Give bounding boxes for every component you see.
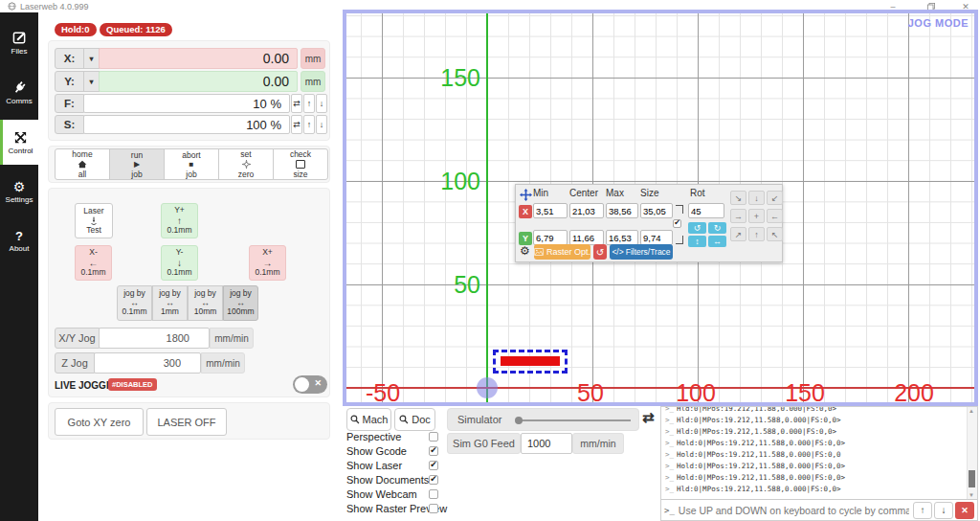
feed-reset-button[interactable]: ⇄ <box>291 94 302 113</box>
check-size-button[interactable]: check size <box>273 148 328 180</box>
spindle-override-input[interactable] <box>83 115 290 134</box>
jog-y-plus-button[interactable]: Y+ ↑ 0.1mm <box>161 203 198 238</box>
clear-console-button[interactable]: ✕ <box>955 502 974 519</box>
move-panel-handle-icon[interactable] <box>520 189 532 201</box>
y-position-input[interactable] <box>99 71 298 92</box>
y-size-input[interactable] <box>640 230 673 245</box>
flip-horizontal-icon: ↔ <box>713 237 722 246</box>
spindle-reset-button[interactable]: ⇄ <box>291 115 302 134</box>
x-axis-tick-label: -50 <box>366 381 400 405</box>
anchor-se-button[interactable]: ↘ <box>730 191 746 205</box>
x-position-input[interactable] <box>99 48 298 69</box>
image-icon <box>534 248 544 256</box>
laser-test-button[interactable]: Laser Test <box>75 203 113 238</box>
feed-override-input[interactable] <box>83 94 290 113</box>
rotate-ccw-icon: ↺ <box>694 223 702 233</box>
console-input-row: >_ ↑ ↓ ✕ <box>661 499 977 520</box>
rotation-input[interactable] <box>688 203 724 218</box>
x-center-input[interactable] <box>569 203 604 218</box>
flip-horizontal-button[interactable]: ↔ <box>708 236 726 247</box>
app-logo-icon <box>8 2 16 11</box>
y-min-input[interactable] <box>533 230 568 245</box>
flip-vertical-button[interactable]: ↕ <box>688 236 706 247</box>
anchor-s-button[interactable]: ↓ <box>748 191 765 205</box>
sidebar-item-files[interactable]: Files <box>0 20 38 65</box>
raster-options-button[interactable]: Raster Opt. <box>534 244 590 260</box>
sidebar-item-comms[interactable]: Comms <box>0 70 38 115</box>
arrow-down-icon: ↓ <box>754 193 759 203</box>
scrollbar-thumb[interactable] <box>969 470 975 487</box>
live-jogging-toggle[interactable]: ✕ <box>293 375 327 394</box>
sidebar-item-control[interactable]: Control <box>0 120 38 165</box>
button-step-label: 1mm <box>161 307 179 317</box>
history-up-button[interactable]: ↑ <box>913 502 932 519</box>
show-webcam-label: Show Webcam <box>346 488 417 500</box>
lock-aspect-checkbox[interactable]: ✔ <box>673 219 681 228</box>
y-center-input[interactable] <box>569 230 604 245</box>
x-size-input[interactable] <box>640 203 673 218</box>
jog-by-1mm-button[interactable]: jog by ↔ 1mm <box>152 285 188 321</box>
show-laser-checkbox[interactable]: ✔ <box>429 461 438 470</box>
history-down-button[interactable]: ↓ <box>934 502 953 519</box>
reset-transform-button[interactable]: ↺ <box>593 244 607 260</box>
show-gcode-checkbox[interactable]: ✔ <box>429 446 438 456</box>
stop-icon: ■ <box>189 161 194 169</box>
document-selection-box[interactable] <box>493 350 568 374</box>
jog-by-0.1mm-button[interactable]: jog by ↔ 0.1mm <box>117 285 152 321</box>
run-job-button[interactable]: run ▶ job <box>109 148 165 180</box>
command-input[interactable] <box>677 504 911 517</box>
anchor-n-button[interactable]: ↑ <box>748 227 765 241</box>
swap-direction-icon[interactable]: ⇄ <box>642 409 655 426</box>
feed-up-button[interactable]: ↑ <box>303 94 315 113</box>
rotate-ccw-button[interactable]: ↺ <box>688 222 706 234</box>
home-all-button[interactable]: home all <box>55 148 110 180</box>
spindle-up-button[interactable]: ↑ <box>303 115 315 134</box>
x-max-input[interactable] <box>606 203 638 218</box>
tab-doc[interactable]: Doc <box>394 408 435 431</box>
abort-job-button[interactable]: abort ■ job <box>164 148 219 180</box>
filters-trace-label: Filters/Trace <box>626 247 671 257</box>
slider-handle[interactable] <box>515 417 523 424</box>
show-documents-checkbox[interactable]: ✔ <box>429 475 438 485</box>
show-webcam-checkbox[interactable] <box>429 489 438 499</box>
rotate-cw-button[interactable]: ↻ <box>708 222 726 234</box>
jog-by-100mm-button[interactable]: jog by ↔ 100mm <box>223 285 258 321</box>
feed-down-button[interactable]: ↓ <box>316 94 327 113</box>
y-max-input[interactable] <box>606 230 638 245</box>
anchor-sw-button[interactable]: ↙ <box>767 191 783 205</box>
workspace-canvas[interactable]: 150 100 50 -50 50 100 150 200 JOG MODE M… <box>343 10 978 406</box>
x-axis-dropdown[interactable]: ▾ <box>83 48 100 69</box>
anchor-e-button[interactable]: → <box>730 209 746 223</box>
jog-x-plus-button[interactable]: X+ → 0.1mm <box>249 245 286 281</box>
console-scrollbar[interactable]: ▲ ▼ <box>967 407 977 499</box>
sim-g0-feed-unit: mm/min <box>572 433 624 454</box>
simulator-slider[interactable] <box>511 409 638 430</box>
panel-settings-gear-icon[interactable]: ⚙ <box>520 245 530 257</box>
anchor-nw-button[interactable]: ↖ <box>767 227 783 241</box>
goto-xy-zero-button[interactable]: Goto XY zero <box>55 408 144 436</box>
xy-jog-feed-input[interactable] <box>99 328 210 349</box>
spindle-down-button[interactable]: ↓ <box>316 115 327 134</box>
jog-x-minus-button[interactable]: X- ← 0.1mm <box>75 245 112 281</box>
z-jog-feed-input[interactable] <box>94 352 201 374</box>
x-min-input[interactable] <box>533 203 568 218</box>
set-zero-button[interactable]: set zero <box>218 148 274 180</box>
scroll-up-icon[interactable]: ▲ <box>969 408 974 414</box>
tab-mach[interactable]: Mach <box>346 408 391 431</box>
show-raster-preview-checkbox[interactable] <box>429 504 438 513</box>
scroll-down-icon[interactable]: ▼ <box>969 492 974 498</box>
console-log[interactable]: >_Hld:0|MPos:19.212,11.88,0.000|FS:0,0> … <box>661 407 968 499</box>
y-axis-dropdown[interactable]: ▾ <box>83 71 100 92</box>
anchor-center-button[interactable]: + <box>748 209 765 223</box>
anchor-ne-button[interactable]: ↗ <box>730 227 746 241</box>
sidebar-item-about[interactable]: ? About <box>0 219 38 264</box>
sim-g0-feed-input[interactable] <box>521 433 572 454</box>
document-raster-object[interactable] <box>501 356 560 366</box>
laser-off-button[interactable]: LASER OFF <box>146 408 227 436</box>
anchor-w-button[interactable]: ← <box>767 209 783 223</box>
jog-by-10mm-button[interactable]: jog by ↔ 10mm <box>188 285 223 321</box>
sidebar-item-settings[interactable]: ⚙ Settings <box>0 170 38 215</box>
jog-y-minus-button[interactable]: Y- ↓ 0.1mm <box>161 245 198 281</box>
filters-trace-button[interactable]: </> Filters/Trace <box>610 244 673 260</box>
perspective-checkbox[interactable] <box>429 432 438 442</box>
